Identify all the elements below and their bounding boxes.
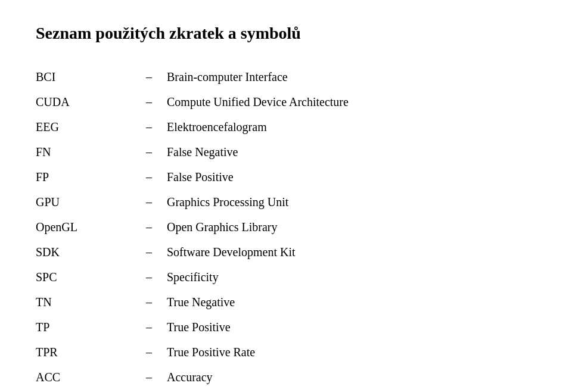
abbreviation-abbr: GPU [36,189,131,214]
list-item: GPU–Graphics Processing Unit [36,189,536,214]
abbreviation-dash: – [131,290,167,315]
abbreviation-abbr: CUDA [36,89,131,114]
abbreviation-definition: Software Development Kit [167,239,536,265]
abbreviation-definition: True Positive [167,315,536,340]
abbreviation-dash: – [131,64,167,89]
list-item: OpenGL–Open Graphics Library [36,214,536,239]
abbreviation-definition: Graphics Processing Unit [167,189,536,214]
abbreviation-dash: – [131,315,167,340]
list-item: SPC–Specificity [36,265,536,290]
abbreviation-definition: Elektroencefalogram [167,114,536,139]
abbreviation-dash: – [131,139,167,164]
abbreviation-dash: – [131,239,167,265]
abbreviation-abbr: TN [36,290,131,315]
abbreviation-abbr: TP [36,315,131,340]
list-item: EEG–Elektroencefalogram [36,114,536,139]
list-item: SDK–Software Development Kit [36,239,536,265]
abbreviation-abbr: EEG [36,114,131,139]
list-item: FN–False Negative [36,139,536,164]
list-item: FP–False Positive [36,164,536,189]
abbreviation-dash: – [131,89,167,114]
list-item: TP–True Positive [36,315,536,340]
list-item: TPR–True Positive Rate [36,340,536,365]
abbreviation-dash: – [131,114,167,139]
abbreviation-dash: – [131,214,167,239]
abbreviation-abbr: FN [36,139,131,164]
page-title: Seznam použitých zkratek a symbolů [36,24,536,43]
abbreviation-definition: Specificity [167,265,536,290]
abbreviation-definition: True Negative [167,290,536,315]
abbreviation-dash: – [131,265,167,290]
abbreviation-definition: False Negative [167,139,536,164]
list-item: BCI–Brain-computer Interface [36,64,536,89]
abbreviation-abbr: BCI [36,64,131,89]
abbreviation-abbr: USB [36,390,131,392]
abbreviation-definition: Universal Serial Bus [167,390,536,392]
abbreviation-abbr: SDK [36,239,131,265]
abbreviation-dash: – [131,189,167,214]
abbreviation-definition: Open Graphics Library [167,214,536,239]
list-item: CUDA–Compute Unified Device Architecture [36,89,536,114]
abbreviation-dash: – [131,390,167,392]
abbreviation-abbr: SPC [36,265,131,290]
abbreviation-abbr: FP [36,164,131,189]
abbreviation-dash: – [131,164,167,189]
list-item: USB–Universal Serial Bus [36,390,536,392]
list-item: TN–True Negative [36,290,536,315]
list-item: ACC–Accuracy [36,365,536,390]
abbreviation-dash: – [131,340,167,365]
abbreviation-definition: Brain-computer Interface [167,64,536,89]
abbreviation-definition: Accuracy [167,365,536,390]
abbreviation-abbr: TPR [36,340,131,365]
abbreviations-table: BCI–Brain-computer InterfaceCUDA–Compute… [36,64,536,392]
abbreviation-abbr: ACC [36,365,131,390]
abbreviation-definition: True Positive Rate [167,340,536,365]
abbreviation-definition: False Positive [167,164,536,189]
abbreviation-dash: – [131,365,167,390]
abbreviation-abbr: OpenGL [36,214,131,239]
abbreviation-definition: Compute Unified Device Architecture [167,89,536,114]
